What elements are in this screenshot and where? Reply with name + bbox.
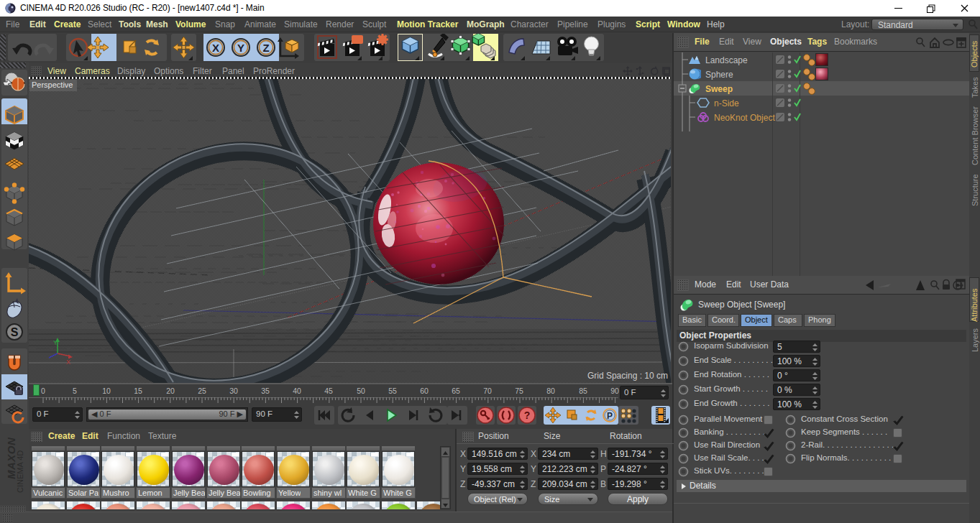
svg-text:P: P (607, 411, 613, 421)
svg-text:Y: Y (53, 339, 58, 346)
svg-text:Grid Spacing : 10 cm: Grid Spacing : 10 cm (587, 371, 668, 381)
svg-text:X: X (66, 358, 70, 366)
svg-text:?: ? (524, 409, 531, 421)
svg-text:S: S (11, 326, 19, 338)
